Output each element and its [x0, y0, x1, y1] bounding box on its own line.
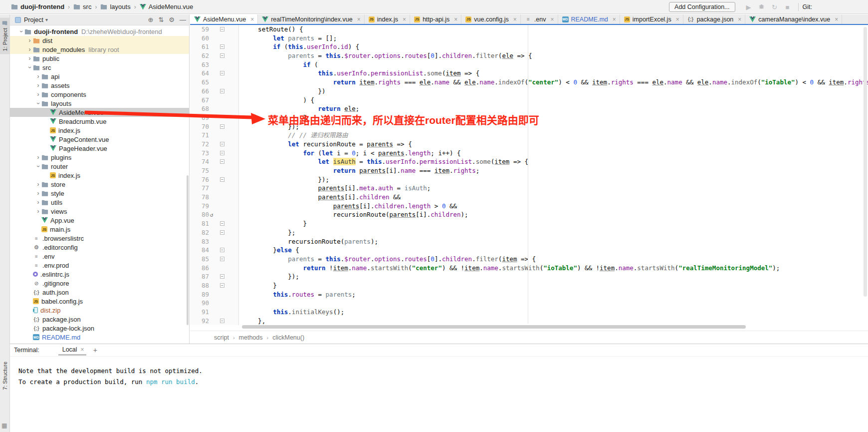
chevron-collapsed-icon[interactable]: › — [26, 46, 33, 53]
fold-marker[interactable]: − — [220, 221, 224, 226]
close-icon[interactable]: × — [81, 346, 84, 353]
editor-tab-cameramanage-index-vue[interactable]: cameraManage\index.vue× — [745, 14, 842, 24]
editor-tab-realtimemonitoring-index-vue[interactable]: realTimeMonitoring\index.vue× — [258, 14, 365, 24]
chevron-down-icon[interactable]: ▾ — [45, 17, 48, 22]
code-text[interactable]: parents = this.$router.options.routes[0]… — [239, 51, 532, 60]
code-text[interactable]: parents[i].children && — [239, 193, 401, 202]
horizontal-scrollbar[interactable] — [242, 325, 746, 329]
close-icon[interactable]: × — [513, 16, 517, 23]
editor-tab-importexcel-js[interactable]: JSimportExcel.js× — [620, 14, 683, 24]
tree-item-pagecontent-vue[interactable]: PageContent.vue — [10, 135, 189, 144]
editor-tab-index-js[interactable]: JSindex.js× — [365, 14, 410, 24]
editor-tab-asidemenu-vue[interactable]: AsideMenu.vue× — [190, 14, 258, 24]
tree-scrollbar[interactable] — [187, 175, 189, 325]
code-text[interactable]: }; — [239, 228, 295, 237]
tree-item-asidemenu-vue[interactable]: AsideMenu.vue — [10, 108, 189, 117]
code-text[interactable]: if (this.userInfo.id) { — [239, 42, 359, 51]
code-text[interactable]: setRoute() { — [239, 25, 303, 34]
close-icon[interactable]: × — [613, 16, 616, 23]
tree-item-babel-config-js[interactable]: JSbabel.config.js — [10, 297, 189, 306]
chevron-collapsed-icon[interactable]: › — [35, 82, 41, 89]
fold-marker[interactable]: − — [220, 283, 224, 288]
chevron-collapsed-icon[interactable]: › — [35, 190, 41, 197]
chevron-collapsed-icon[interactable]: › — [35, 73, 41, 80]
code-text[interactable] — [239, 299, 243, 308]
tree-item-dist-zip[interactable]: dist.zip — [10, 306, 189, 315]
chevron-collapsed-icon[interactable]: › — [26, 55, 33, 62]
collapse-all-icon[interactable]: ⇅ — [158, 16, 164, 23]
fold-marker[interactable]: − — [220, 230, 224, 235]
code-text[interactable]: } — [239, 219, 307, 228]
code-text[interactable]: return parents[i].name === item.rights; — [239, 166, 479, 175]
fold-marker[interactable]: − — [220, 124, 224, 129]
chevron-collapsed-icon[interactable]: › — [35, 208, 41, 215]
recursive-call-icon[interactable]: ↺ — [210, 211, 214, 220]
tree-item-router[interactable]: ›router — [10, 162, 189, 171]
tree-item-index-js[interactable]: JSindex.js — [10, 171, 189, 180]
git-label[interactable]: Git: — [803, 3, 812, 10]
editor-tab-package-json[interactable]: {;}package.json× — [683, 14, 746, 24]
editor-tab--env[interactable]: ≡.env× — [521, 14, 558, 24]
fold-marker[interactable]: − — [220, 71, 224, 75]
chevron-expanded-icon[interactable]: › — [35, 163, 42, 170]
code-text[interactable]: }else { — [239, 246, 299, 255]
fold-marker[interactable]: − — [220, 142, 224, 146]
terminal-tab-local[interactable]: Local × — [58, 345, 86, 356]
editor-breadcrumb-item[interactable]: methods — [239, 334, 263, 341]
code-text[interactable]: // // 递归权限路由 — [239, 131, 348, 140]
chevron-expanded-icon[interactable]: › — [26, 64, 33, 71]
tree-item--editorconfig[interactable]: ⚙.editorconfig — [10, 243, 189, 252]
code-text[interactable]: return ele; — [239, 104, 359, 113]
editor-tab-http-api-js[interactable]: JShttp-api.js× — [410, 14, 461, 24]
tree-item-utils[interactable]: ›utils — [10, 198, 189, 207]
tree-item-app-vue[interactable]: App.vue — [10, 216, 189, 225]
editor-breadcrumb-item[interactable]: clickMenu() — [272, 334, 304, 341]
chevron-collapsed-icon[interactable]: › — [35, 91, 41, 98]
editor-tab-readme-md[interactable]: MDREADME.md× — [558, 14, 620, 24]
tool-tab-project[interactable]: 1: Project — [0, 17, 10, 54]
tree-item-pageheader-vue[interactable]: PageHeader.vue — [10, 144, 189, 153]
close-icon[interactable]: × — [550, 16, 554, 23]
breadcrumb-item[interactable]: duoji-frontend — [11, 3, 64, 10]
tree-item-store[interactable]: ›store — [10, 180, 189, 189]
hide-panel-icon[interactable]: — — [180, 16, 186, 23]
breadcrumb-item[interactable]: src — [73, 3, 91, 10]
code-text[interactable]: }); — [239, 175, 329, 184]
code-text[interactable]: }); — [239, 122, 299, 131]
code-text[interactable]: parents = this.$router.options.routes[0]… — [239, 255, 536, 264]
tree-item--gitignore[interactable]: ⊘.gitignore — [10, 279, 189, 288]
tree-item-components[interactable]: ›components — [10, 90, 189, 99]
code-text[interactable]: }) — [239, 87, 326, 96]
code-text[interactable]: parents[i].children.length > 0 && — [239, 202, 457, 211]
fold-marker[interactable]: − — [220, 274, 224, 279]
breadcrumb-item[interactable]: layouts — [100, 3, 130, 10]
terminal-output[interactable]: Note that the development build is not o… — [10, 357, 868, 388]
code-text[interactable]: this.initialKeys(); — [239, 308, 344, 317]
tool-tab-structure[interactable]: 7: Structure — [0, 359, 10, 393]
chevron-expanded-icon[interactable]: › — [35, 100, 42, 107]
code-text[interactable]: recursionRoute(parents); — [239, 237, 378, 246]
tree-item-breadcrumb-vue[interactable]: Breadcrumb.vue — [10, 117, 189, 126]
code-text[interactable]: for (let i = 0; i < parents.length; i++)… — [239, 149, 461, 158]
tree-item-main-js[interactable]: JSmain.js — [10, 225, 189, 234]
fold-marker[interactable]: − — [220, 53, 224, 58]
tree-item-node-modules[interactable]: ›node_moduleslibrary root — [10, 45, 189, 54]
tree-item--eslintrc-js[interactable]: .eslintrc.js — [10, 270, 189, 279]
code-text[interactable]: recursionRoute(parents[i].children); — [239, 210, 468, 219]
code-text[interactable]: let isAuth = this.userInfo.permissionLis… — [239, 157, 528, 166]
fold-marker[interactable]: − — [220, 257, 224, 261]
code-text[interactable]: this.routes = parents; — [239, 290, 356, 299]
close-icon[interactable]: × — [403, 16, 406, 23]
tree-item-dist[interactable]: ›dist — [10, 36, 189, 45]
code-text[interactable]: let parents = []; — [239, 34, 337, 43]
tree-item--browserslistrc[interactable]: ≡.browserslistrc — [10, 234, 189, 243]
code-text[interactable]: } — [239, 113, 307, 122]
new-terminal-icon[interactable]: + — [93, 346, 97, 354]
tree-item-package-json[interactable]: {;}package.json — [10, 315, 189, 324]
fold-marker[interactable]: − — [220, 27, 224, 31]
close-icon[interactable]: × — [357, 16, 361, 23]
code-area[interactable]: 59− setRoute() {60 let parents = [];61− … — [190, 25, 868, 331]
breadcrumb-item[interactable]: AsideMenu.vue — [140, 3, 194, 10]
tree-item-plugins[interactable]: ›plugins — [10, 153, 189, 162]
tree-item-index-js[interactable]: JSindex.js — [10, 126, 189, 135]
